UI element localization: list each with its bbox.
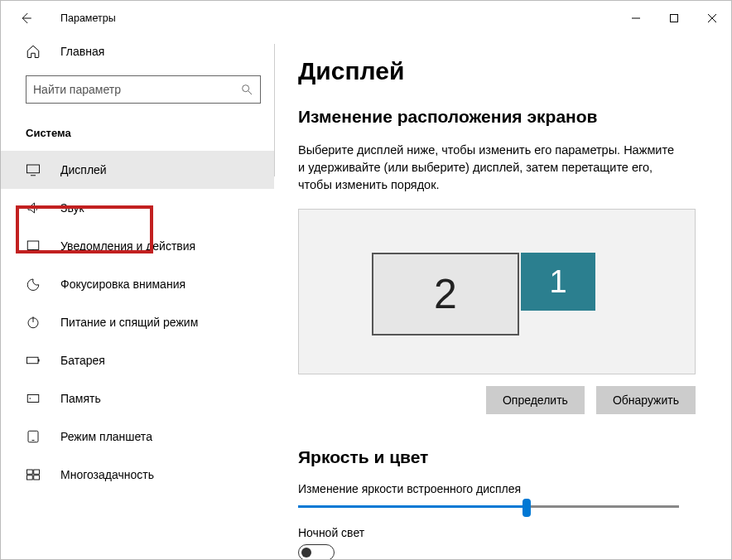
sidebar-item-sound[interactable]: Звук xyxy=(1,189,274,227)
power-icon xyxy=(26,315,41,330)
focus-icon xyxy=(26,277,41,292)
close-button[interactable] xyxy=(693,5,731,31)
display-arrangement-canvas[interactable]: 2 1 xyxy=(298,209,696,374)
sidebar-item-notifications[interactable]: Уведомления и действия xyxy=(1,227,274,265)
svg-rect-1 xyxy=(671,15,678,22)
notifications-icon xyxy=(26,239,41,253)
svg-point-14 xyxy=(30,398,31,399)
sidebar-item-label: Уведомления и действия xyxy=(60,239,195,253)
sidebar-item-focus[interactable]: Фокусировка внимания xyxy=(1,265,274,303)
svg-rect-17 xyxy=(27,470,33,474)
search-icon xyxy=(240,83,253,96)
monitor-2[interactable]: 2 xyxy=(372,253,519,336)
sidebar-item-tablet[interactable]: Режим планшета xyxy=(1,418,274,456)
sidebar-item-label: Звук xyxy=(60,201,84,215)
battery-icon xyxy=(26,353,41,368)
multitask-icon xyxy=(26,467,41,482)
sidebar-item-label: Батарея xyxy=(60,354,105,367)
brightness-slider[interactable] xyxy=(298,505,679,508)
tablet-icon xyxy=(26,429,41,444)
sidebar-item-multitask[interactable]: Многозадачность xyxy=(1,456,274,494)
sidebar-item-label: Фокусировка внимания xyxy=(60,278,185,291)
app-title: Параметры xyxy=(60,12,116,24)
home-icon xyxy=(26,44,41,59)
sidebar-item-label: Режим планшета xyxy=(60,430,152,443)
sidebar-item-label: Память xyxy=(60,392,101,405)
toggle-knob xyxy=(301,548,311,558)
sound-icon xyxy=(26,200,41,215)
svg-rect-19 xyxy=(27,476,33,480)
svg-rect-11 xyxy=(27,357,39,364)
svg-rect-18 xyxy=(34,470,40,474)
night-light-toggle[interactable] xyxy=(298,544,335,559)
brightness-heading: Яркость и цвет xyxy=(298,447,708,467)
search-input[interactable]: Найти параметр xyxy=(26,75,261,104)
home-label: Главная xyxy=(60,45,104,58)
monitor-1[interactable]: 1 xyxy=(521,253,595,311)
sidebar-item-storage[interactable]: Память xyxy=(1,379,274,418)
arrange-description: Выберите дисплей ниже, чтобы изменить ег… xyxy=(298,142,679,194)
sidebar-item-label: Дисплей xyxy=(60,163,107,176)
identify-button[interactable]: Определить xyxy=(486,386,585,414)
sidebar-item-power[interactable]: Питание и спящий режим xyxy=(1,303,274,341)
maximize-button[interactable] xyxy=(655,5,693,31)
slider-thumb[interactable] xyxy=(523,499,531,517)
search-placeholder: Найти параметр xyxy=(33,83,121,96)
svg-rect-13 xyxy=(27,395,39,403)
minimize-button[interactable] xyxy=(617,5,655,31)
svg-line-5 xyxy=(248,91,252,94)
sidebar-item-battery[interactable]: Батарея xyxy=(1,341,274,379)
sidebar-item-monitor[interactable]: Дисплей xyxy=(1,151,274,189)
svg-point-4 xyxy=(243,85,249,92)
sidebar-group-title: Система xyxy=(26,127,274,139)
home-link[interactable]: Главная xyxy=(1,36,274,67)
storage-icon xyxy=(26,391,41,406)
arrange-heading: Изменение расположения экранов xyxy=(298,107,708,127)
night-light-label: Ночной свет xyxy=(298,526,708,539)
sidebar-item-label: Питание и спящий режим xyxy=(60,316,198,329)
svg-rect-8 xyxy=(27,241,39,250)
brightness-label: Изменение яркости встроенного дисплея xyxy=(298,482,708,495)
page-title: Дисплей xyxy=(298,57,708,85)
detect-button[interactable]: Обнаружить xyxy=(596,386,696,414)
monitor-icon xyxy=(26,162,41,177)
sidebar-item-label: Многозадачность xyxy=(60,468,154,481)
back-button[interactable] xyxy=(9,2,42,35)
svg-rect-6 xyxy=(27,165,40,173)
svg-rect-12 xyxy=(38,360,40,362)
svg-rect-20 xyxy=(34,476,40,480)
